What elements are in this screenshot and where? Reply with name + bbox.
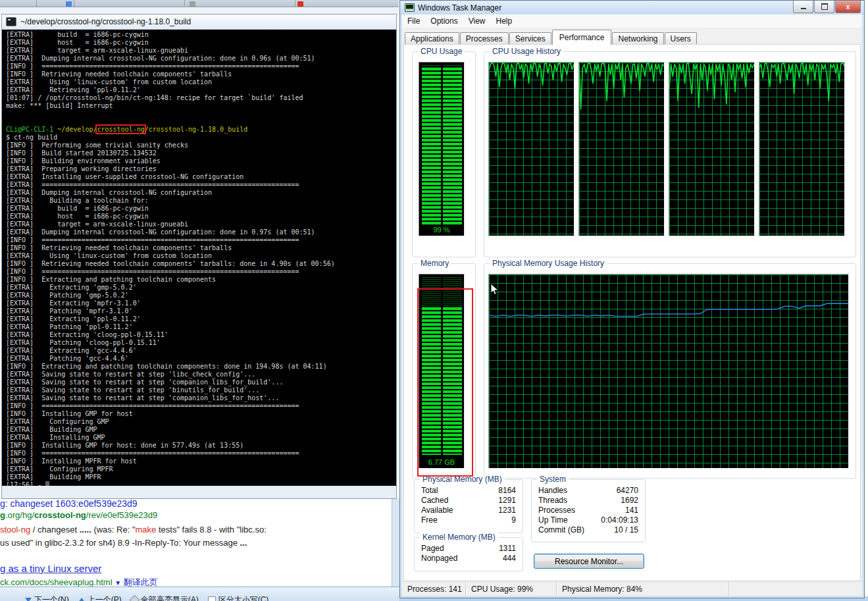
stat-value: 141 <box>625 506 638 515</box>
text-part: tests" fails 8.8 - with "libc.so: <box>156 525 266 535</box>
task-manager-title: Windows Task Manager <box>418 3 501 13</box>
close-button[interactable]: x <box>835 1 861 13</box>
meter-column <box>422 65 441 222</box>
terminal-window: ~/develop/crosstool-ng/crosstool-ng-1.18… <box>1 14 397 499</box>
terminal-line: [INFO ] Retrieving needed toolchain comp… <box>6 70 396 78</box>
match-case-checkbox[interactable]: 区分大小写(C) <box>208 594 269 601</box>
terminal-line: make: *** [build] Interrupt <box>6 102 396 110</box>
text-part: us used" in glibc-2.3.2 for sh4) 8.9 -In… <box>0 538 240 548</box>
menu-item-options[interactable]: Options <box>425 16 463 26</box>
stat-rows: Paged1311Nonpaged444 <box>421 544 516 563</box>
stat-row: Handles64270 <box>538 486 638 496</box>
group-label: Kernel Memory (MB) <box>420 533 498 542</box>
terminal-line: [EXTRA] Saving state to restart at step … <box>6 386 396 394</box>
terminal-line: [INFO ] Retrieving needed toolchain comp… <box>6 244 396 252</box>
terminal-line: [EXTRA] build = i686-pc-cygwin <box>6 31 396 39</box>
terminal-line: [EXTRA] Saving state to restart at step … <box>6 371 396 379</box>
tab-processes[interactable]: Processes <box>460 32 509 45</box>
terminal-titlebar[interactable]: ~/develop/crosstool-ng/crosstool-ng-1.18… <box>2 14 396 30</box>
tab-favicon-icon[interactable] <box>66 1 72 7</box>
resource-monitor-button[interactable]: Resource Monitor... <box>534 554 644 569</box>
cpu-usage-meter: 99 % <box>419 62 465 236</box>
terminal-line: [EXTRA] Installing GMP <box>6 434 396 442</box>
terminal-line: [INFO ] Extracting and patching toolchai… <box>6 363 396 371</box>
tab-performance[interactable]: Performance <box>552 30 612 45</box>
terminal-line: [INFO ] Build started 20130725.134532 <box>6 149 396 157</box>
terminal-output[interactable]: [EXTRA] build = i686-pc-cygwin[EXTRA] ho… <box>2 30 396 486</box>
terminal-line: [EXTRA] Extracting 'gcc-4.4.6' <box>6 347 396 355</box>
physical-memory-group: Physical Memory (MB) Total8164Cached1291… <box>414 479 523 533</box>
menu-bar: FileOptionsViewHelp <box>402 14 862 28</box>
group-label: CPU Usage <box>418 47 465 56</box>
tab-services[interactable]: Services <box>509 32 551 45</box>
result-link-changeset[interactable]: g: changeset 1603:e0ef539e23d9 <box>0 498 138 509</box>
translate-page-link[interactable]: 翻译此页 <box>124 577 158 587</box>
tab-separator <box>184 0 185 7</box>
terminal-line: [INFO ] Building environment variables <box>6 157 396 165</box>
text-part: crosstool-ng <box>34 510 86 520</box>
find-next-button[interactable]: 下一个(N) <box>25 594 69 601</box>
group-label: System <box>537 475 569 484</box>
stat-row: Paged1311 <box>421 544 516 554</box>
tab-networking[interactable]: Networking <box>612 32 663 45</box>
terminal-line: [EXTRA] Retrieving 'ppl-0.11.2' <box>6 86 396 94</box>
status-cell-processes-141: Processes: 141 <box>402 582 466 596</box>
stat-value: 10 / 15 <box>614 525 638 535</box>
menu-item-view[interactable]: View <box>463 16 491 26</box>
stat-value: 64270 <box>617 486 638 496</box>
browser-search-results: g: changeset 1603:e0ef539e23d9 g.org/hg/… <box>0 498 392 587</box>
terminal-line: [EXTRA] Patching 'gmp-5.0.2' <box>6 292 396 300</box>
terminal-line: [INFO ] ================================… <box>6 236 396 244</box>
terminal-line: [EXTRA] Saving state to restart at step … <box>6 394 396 402</box>
prompt-segment: /crosstool-ng-1.18.0_build <box>145 126 248 133</box>
stat-value: 1291 <box>498 496 516 506</box>
text-part: stool-ng <box>0 525 30 535</box>
highlight-all-button[interactable]: 全部高亮显示(A) <box>131 594 199 601</box>
minimize-button[interactable] <box>793 1 813 13</box>
terminal-line: [INFO ] Extracting and patching toolchai… <box>6 276 396 284</box>
terminal-line: [EXTRA] Saving state to restart at step … <box>6 379 396 386</box>
stat-value: 1311 <box>499 544 516 554</box>
tab-users[interactable]: Users <box>665 32 697 45</box>
cpu-usage-group: CPU Usage 99 % <box>412 51 476 257</box>
terminal-line: [INFO ] Performing some trivial sanity c… <box>6 142 396 149</box>
find-previous-label: 上一个(P) <box>88 594 122 601</box>
tab-applications[interactable]: Applications <box>405 32 459 45</box>
terminal-line: [EXTRA] host = i686-pc-cygwin <box>6 213 396 221</box>
meter-column <box>443 65 462 222</box>
cpu-history-graph-2 <box>578 62 665 236</box>
result-url-text: ck.com/docs/sheevaplug.html <box>0 577 113 587</box>
terminal-line: [EXTRA] Using 'linux-custom' from custom… <box>6 252 396 260</box>
tab-separator <box>74 0 74 7</box>
tab-favicon-icon[interactable] <box>297 1 303 7</box>
kernel-memory-group: Kernel Memory (MB) Paged1311Nonpaged444 <box>414 537 523 571</box>
menu-item-help[interactable]: Help <box>491 16 518 26</box>
stat-label: Threads <box>538 496 567 506</box>
menu-item-file[interactable]: File <box>402 16 425 26</box>
terminal-line: [INFO ] Retrieving needed toolchain comp… <box>6 260 396 268</box>
terminal-line: [INFO ] ================================… <box>6 63 396 70</box>
stat-value: 0:04:09:13 <box>601 515 638 525</box>
minimize-icon <box>801 8 806 9</box>
result-snippet-line1: stool-ng / changeset ..... (was: Re: "ma… <box>0 525 267 535</box>
close-icon: x <box>846 3 850 11</box>
terminal-line: [EXTRA] Dumping internal crosstool-NG co… <box>6 228 396 236</box>
terminal-line: [17:56] - <box>6 481 396 486</box>
task-manager-icon <box>405 3 415 12</box>
highlight-all-label: 全部高亮显示(A) <box>141 594 199 601</box>
url-dropdown-icon[interactable]: ▼ <box>115 579 121 587</box>
task-manager-window: Windows Task Manager x FileOptionsViewHe… <box>399 0 865 598</box>
stat-value: 1231 <box>498 506 516 515</box>
stat-label: Handles <box>538 486 567 496</box>
terminal-line: $ ct-ng build <box>6 134 396 142</box>
terminal-line: [EXTRA] Extracting 'gmp-5.0.2' <box>6 284 396 292</box>
status-cell-cpu-usage-99-: CPU Usage: 99% <box>466 582 557 596</box>
stat-label: Nonpaged <box>421 554 457 563</box>
find-previous-button[interactable]: 上一个(P) <box>78 594 122 601</box>
terminal-line: [EXTRA] Building MPFR <box>6 473 396 481</box>
terminal-line: [EXTRA] Building a toolchain for: <box>6 197 396 205</box>
result-link-sheevaplug[interactable]: g as a tiny Linux server <box>0 563 101 574</box>
maximize-button[interactable] <box>814 1 834 13</box>
tab-favicon-icon[interactable] <box>190 1 195 7</box>
highlighter-icon <box>129 595 140 601</box>
